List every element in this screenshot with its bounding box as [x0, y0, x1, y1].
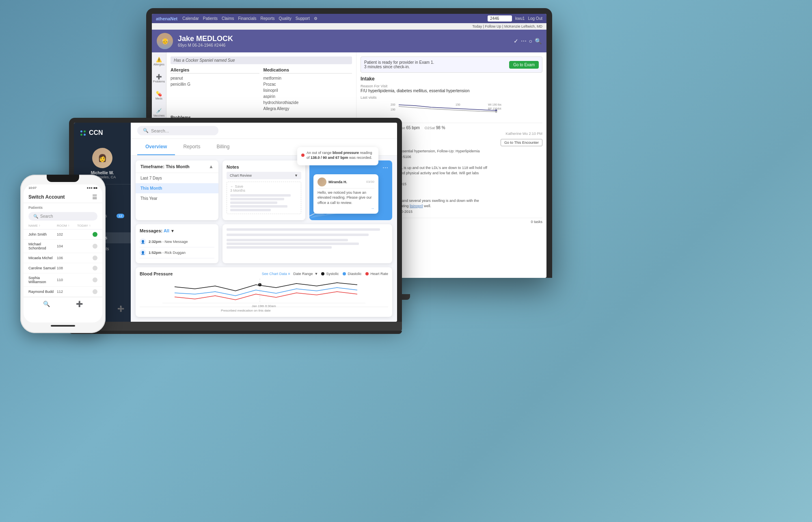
phone-header: Switch Account ☰	[24, 191, 102, 203]
messages-card: Messages: All ▼ 👤 2:32pm - New Message 👤	[136, 224, 218, 263]
ccn-logo-area: CCN	[74, 129, 131, 143]
medication-item: aspirin	[263, 93, 352, 100]
message-person-icon: 👤	[140, 238, 146, 245]
ehr-nav-items: Calendar Patients Claims Financials Repo…	[182, 16, 317, 21]
ehr-topbar: athenaNet Calendar Patients Claims Finan…	[152, 14, 546, 23]
svg-text:150: 150	[456, 103, 460, 106]
bp-card: Blood Pressure See Chart Data ≡ Date Ran…	[136, 267, 392, 317]
tab-reports[interactable]: Reports	[175, 139, 208, 155]
tab-billing[interactable]: Billing	[208, 139, 238, 155]
phone-home-indicator[interactable]	[51, 325, 75, 327]
dot-blue2	[84, 134, 86, 136]
nav-support[interactable]: Support	[296, 16, 310, 21]
doc-line	[230, 205, 287, 208]
nav-add-icon[interactable]: ➕	[76, 301, 83, 307]
ccn-search-field[interactable]: 🔍 Search...	[137, 126, 218, 135]
nav-financials[interactable]: Financials	[238, 16, 256, 21]
ccn-top-search: 🔍 Search... An out of range blood pressu…	[131, 123, 397, 139]
patient-row-1[interactable]: John Smith 102	[24, 230, 102, 240]
patient-row-6[interactable]: Raymond Budd 112	[24, 287, 102, 297]
vitals-chart: 200 190 150 Wt 190 lbs BP 136/84	[361, 102, 542, 118]
patient-row-3[interactable]: Micaela Michel 106	[24, 253, 102, 263]
phone-screen: 10:07 ●●● ■■ Switch Account ☰ Patients 🔍…	[24, 184, 102, 323]
ehr-logout[interactable]: Log Out	[528, 16, 542, 21]
ccn-app: CCN 👩 Michellie W. Los Angeles, CA 🏠 Hom…	[74, 123, 397, 322]
today-bar: Today | Follow Up | McKenzie Leftwich, M…	[152, 23, 546, 30]
hamburger-menu-icon[interactable]: ☰	[92, 194, 97, 200]
patient-row-2[interactable]: Michael Schonbrod 104	[24, 240, 102, 253]
message-item-1[interactable]: 👤 2:32pm - New Message	[140, 236, 214, 247]
sidebar-allergies[interactable]: ⚠️ Allergies	[153, 56, 165, 67]
messages-title: Messages: All ▼	[140, 228, 175, 233]
ehr-section-grid: Allergies peanut penicillin G Medication…	[171, 67, 352, 112]
doc-line	[230, 201, 277, 204]
timeframe-option-thismonth[interactable]: This Month	[136, 183, 218, 193]
active-indicator	[93, 232, 97, 237]
svg-text:Jan 19th 6:30am: Jan 19th 6:30am	[252, 304, 276, 307]
add-icon[interactable]: ➕	[117, 305, 124, 312]
phone-signal: ●●● ■■	[87, 186, 97, 190]
bp-chart-svg: Jan 19th 6:30am	[140, 279, 388, 307]
bp-card-header: Blood Pressure See Chart Data ≡ Date Ran…	[140, 271, 388, 276]
timeframe-header: Timeframe: This Month ▲	[136, 160, 218, 173]
phone-section-label: Patients	[24, 203, 102, 210]
nav-claims[interactable]: Claims	[222, 16, 234, 21]
date-range-selector[interactable]: Date Range ▼	[293, 272, 318, 276]
dot-green2	[80, 134, 82, 136]
metrics-more-icon[interactable]: ⋯	[382, 165, 388, 171]
medications-section: Medications metformin Prozac lisinopril …	[263, 67, 352, 112]
nav-quality[interactable]: Quality	[279, 16, 292, 21]
save-area: ← Save 3 Months	[227, 182, 301, 214]
checkmark-icon[interactable]: ✓	[514, 38, 518, 44]
patient-row-4[interactable]: Caroline Samuel 108	[24, 263, 102, 273]
dot-blue	[80, 130, 82, 132]
ccn-top-area: 🔍 Search... An out of range blood pressu…	[131, 123, 397, 139]
ehr-search-box[interactable]: 2446	[488, 15, 512, 22]
tab-overview[interactable]: Overview	[137, 139, 175, 155]
doc-lines	[230, 194, 298, 211]
dot-icon[interactable]: ⋯	[521, 38, 527, 44]
search-icon[interactable]: 🔍	[535, 38, 542, 44]
nav-reports[interactable]: Reports	[261, 16, 275, 21]
svg-text:190: 190	[391, 108, 395, 111]
bp-legend: Systolic Diastolic Heart R	[321, 272, 388, 276]
see-chart-data-button[interactable]: See Chart Data ≡	[262, 272, 290, 276]
notes-title: Notes	[227, 165, 301, 169]
timeframe-option-7days[interactable]: Last 7 Days	[136, 173, 218, 183]
doc-line	[230, 194, 291, 197]
o2sat-vital: O2Sat 98 %	[425, 126, 445, 130]
svg-text:BP 136/84: BP 136/84	[488, 107, 501, 110]
nav-patients[interactable]: Patients	[203, 16, 218, 21]
laptop: CCN 👩 Michellie W. Los Angeles, CA 🏠 Hom…	[69, 118, 402, 334]
allergies-list: peanut penicillin G	[171, 75, 259, 87]
laptop-frame: CCN 👩 Michellie W. Los Angeles, CA 🏠 Hom…	[69, 118, 402, 322]
message-item-2[interactable]: 👤 1:52pm - Rick Duggan	[140, 247, 214, 258]
sidebar-meds[interactable]: 💊 Meds	[153, 90, 165, 101]
ccn-user-avatar: 👩	[92, 148, 112, 168]
doc-line	[230, 198, 284, 200]
sidebar-problems[interactable]: ➕ Problems	[153, 73, 165, 84]
timeframe-label: Timeframe: This Month	[140, 164, 190, 169]
go-to-encounter-button[interactable]: Go to This Encounter	[501, 139, 542, 146]
phone: 10:07 ●●● ■■ Switch Account ☰ Patients 🔍…	[20, 175, 106, 333]
sidebar-vaccines[interactable]: 💉 Vaccines	[153, 107, 165, 118]
timeframe-chevron-icon[interactable]: ▲	[209, 164, 214, 169]
timeframe-option-thisyear[interactable]: This Year	[136, 193, 218, 204]
laptop-base	[69, 322, 402, 331]
bp-chart-area: Jan 19th 6:30am	[140, 279, 388, 307]
col-room: ROOM ↑	[57, 224, 77, 227]
nav-calendar[interactable]: Calendar	[182, 16, 199, 21]
ccn-main: 🔍 Search... An out of range blood pressu…	[131, 123, 397, 322]
message-arrow[interactable]: →	[317, 206, 374, 210]
allergy-item: penicillin G	[171, 81, 259, 87]
nav-search-icon[interactable]: 🔍	[43, 301, 50, 307]
svg-point-6	[495, 111, 497, 113]
allergy-item: peanut	[171, 75, 259, 81]
phone-time: 10:07	[28, 186, 37, 190]
phone-search-bar[interactable]: 🔍 Search	[28, 212, 97, 221]
go-to-exam-button[interactable]: Go to Exam	[509, 61, 539, 69]
circle-icon[interactable]: ○	[529, 38, 532, 44]
nav-settings-icon[interactable]: ⚙	[314, 16, 317, 21]
patient-row-5[interactable]: Sophia Williamson 110	[24, 273, 102, 287]
chart-review-bar: Chart Review ▼	[227, 172, 301, 179]
